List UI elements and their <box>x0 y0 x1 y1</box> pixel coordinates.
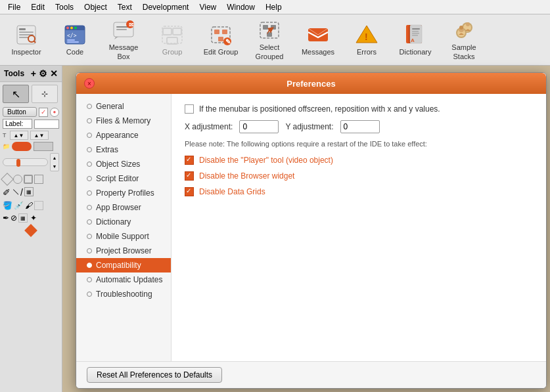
dialog-title: Preferences <box>100 79 522 89</box>
sidebar-item-appearance[interactable]: Appearance <box>76 128 171 142</box>
sidebar-item-extras[interactable]: Extras <box>76 142 171 157</box>
svg-text:</>: </> <box>67 33 77 39</box>
disable-datagrids-row: Disable Data Grids <box>185 187 533 196</box>
sidebar-dot-appearance <box>87 133 92 138</box>
menu-view[interactable]: View <box>194 1 221 13</box>
sidebar-item-object-sizes[interactable]: Object Sizes <box>76 157 171 171</box>
svg-rect-14 <box>67 39 75 41</box>
sidebar-item-troubleshooting[interactable]: Troubleshooting <box>76 287 171 301</box>
svg-rect-27 <box>222 30 227 34</box>
disable-browser-checkbox[interactable] <box>185 171 194 181</box>
sidebar-dot-dictionary <box>87 219 92 225</box>
disable-player-row: Disable the "Player" tool (video object) <box>185 156 533 165</box>
toolbar-messages-btn[interactable]: Messages <box>294 17 342 63</box>
sidebar-dot-appbrowser <box>87 205 92 210</box>
menu-text[interactable]: Text <box>112 1 137 13</box>
sidebar-item-automatic-updates[interactable]: Automatic Updates <box>76 272 171 287</box>
disable-player-label: Disable the "Player" tool (video object) <box>199 156 333 165</box>
messages-label: Messages <box>302 48 334 56</box>
svg-point-11 <box>70 26 73 29</box>
toolbar-editgroup-btn[interactable]: ✎ Edit Group <box>197 17 244 63</box>
toolbar-samplestacks-btn[interactable]: Sample Stacks <box>440 17 488 63</box>
sidebar-item-script-editor[interactable]: Script Editor <box>76 171 171 186</box>
menu-tools[interactable]: Tools <box>50 1 79 13</box>
dictionary-label: Dictionary <box>400 48 432 56</box>
toolbar-inspector-btn[interactable]: Inspector <box>3 17 50 63</box>
sidebar-item-property-profiles[interactable]: Property Profiles <box>76 186 171 200</box>
svg-rect-45 <box>412 33 419 34</box>
editgroup-label: Edit Group <box>204 48 239 56</box>
svg-point-53 <box>459 26 463 30</box>
errors-icon: ! <box>355 23 378 47</box>
menu-edit[interactable]: Edit <box>26 1 50 13</box>
samplestacks-icon <box>452 18 476 42</box>
toolbar-msgbox-btn[interactable]: ✉ Message Box <box>100 17 147 63</box>
sidebar-dot-autoupdates <box>87 277 92 282</box>
code-label: Code <box>66 48 83 56</box>
svg-text:!: ! <box>365 32 368 42</box>
svg-point-54 <box>466 22 470 26</box>
svg-point-12 <box>74 26 77 29</box>
toolbar: Inspector </> Code <box>0 14 550 66</box>
editgroup-icon: ✎ <box>209 23 233 47</box>
disable-datagrids-label: Disable Data Grids <box>199 187 265 196</box>
toolbar-code-btn[interactable]: </> Code <box>51 17 99 63</box>
messages-icon <box>306 23 330 47</box>
dialog-sidebar: General Files & Memory Appearance Extras <box>76 94 172 361</box>
disable-player-checkbox[interactable] <box>185 156 194 165</box>
msgbox-label: Message Box <box>103 43 144 60</box>
menu-development[interactable]: Development <box>137 1 195 13</box>
xy-adjustment-row: X adjustment: Y adjustment: <box>185 120 533 133</box>
svg-point-10 <box>66 26 69 29</box>
dialog-titlebar: × Preferences <box>76 73 546 94</box>
sidebar-item-dictionary[interactable]: Dictionary <box>76 215 171 229</box>
dialog-footer: Reset All Preferences to Defaults <box>76 361 546 388</box>
errors-label: Errors <box>357 48 377 56</box>
menu-file[interactable]: File <box>3 1 26 13</box>
disable-browser-label: Disable the Browser widget <box>199 171 294 181</box>
menubar: File Edit Tools Object Text Development … <box>0 0 550 14</box>
svg-rect-2 <box>19 32 34 33</box>
toolbar-selectgrouped-btn[interactable]: Select Grouped <box>246 17 293 63</box>
group-icon <box>160 23 184 47</box>
svg-rect-18 <box>116 29 127 30</box>
dialog-body: General Files & Memory Appearance Extras <box>76 94 546 361</box>
samplestacks-label: Sample Stacks <box>444 43 484 60</box>
sidebar-item-mobile-support[interactable]: Mobile Support <box>76 229 171 244</box>
menubar-reposition-label: If the menubar is positioned offscreen, … <box>199 104 440 114</box>
toolbar-errors-btn[interactable]: ! Errors <box>343 17 390 63</box>
menu-window[interactable]: Window <box>221 1 260 13</box>
sidebar-item-app-browser[interactable]: App Browser <box>76 200 171 215</box>
menu-help[interactable]: Help <box>260 1 287 13</box>
svg-rect-1 <box>19 28 26 30</box>
svg-rect-46 <box>412 35 418 36</box>
sidebar-item-project-browser[interactable]: Project Browser <box>76 244 171 258</box>
svg-rect-15 <box>67 41 79 43</box>
disable-datagrids-checkbox[interactable] <box>185 187 194 196</box>
main-layout: Tools + ⚙ ✕ ↖ ⊹ Button ✓ ● Label: <box>0 66 550 392</box>
menu-object[interactable]: Object <box>79 1 112 13</box>
selectgrouped-label: Select Grouped <box>249 43 290 60</box>
toolbar-dictionary-btn[interactable]: A Dictionary <box>392 17 439 63</box>
svg-rect-32 <box>263 25 268 30</box>
x-adjustment-label: X adjustment: <box>185 122 233 131</box>
svg-text:✉: ✉ <box>129 22 134 28</box>
svg-text:✎: ✎ <box>225 38 231 45</box>
y-adjustment-label: Y adjustment: <box>285 122 333 131</box>
sidebar-dot-troubleshooting <box>87 292 92 297</box>
svg-rect-44 <box>412 31 419 32</box>
dialog-overlay: × Preferences General Files & Memory <box>0 66 550 392</box>
menubar-pref-row: If the menubar is positioned offscreen, … <box>185 104 533 114</box>
x-adjustment-input[interactable] <box>239 120 279 133</box>
inspector-label: Inspector <box>11 48 41 56</box>
sidebar-item-general[interactable]: General <box>76 99 171 114</box>
sidebar-item-files-memory[interactable]: Files & Memory <box>76 114 171 128</box>
reset-preferences-button[interactable]: Reset All Preferences to Defaults <box>87 367 222 383</box>
svg-rect-43 <box>412 28 420 30</box>
sidebar-item-compatibility[interactable]: Compatibility <box>76 258 171 272</box>
dialog-close-btn[interactable]: × <box>84 78 95 89</box>
inspector-icon <box>14 23 38 47</box>
y-adjustment-input[interactable] <box>340 120 380 133</box>
svg-rect-21 <box>163 28 172 35</box>
menubar-reposition-checkbox[interactable] <box>185 104 194 114</box>
